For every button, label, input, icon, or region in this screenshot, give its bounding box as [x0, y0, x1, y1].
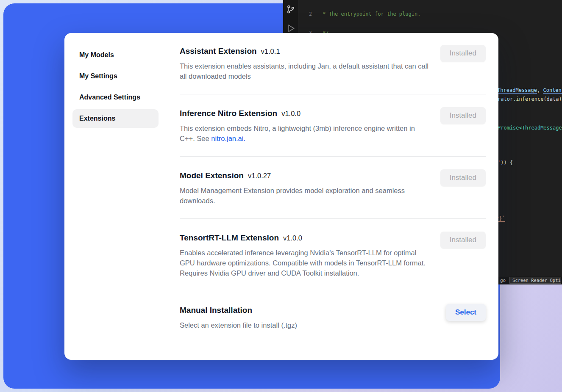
run-debug-icon: [286, 24, 295, 33]
extension-info: Model Extensionv1.0.27 Model Management …: [180, 171, 430, 206]
extension-row-inference-nitro: Inference Nitro Extensionv1.0.0 This ext…: [180, 94, 486, 157]
code-token: (data));: [543, 96, 562, 102]
settings-modal: My Models My Settings Advanced Settings …: [64, 33, 498, 360]
installed-button[interactable]: Installed: [440, 107, 486, 124]
installed-button[interactable]: Installed: [440, 232, 486, 248]
manual-installation-description: Select an extension file to install (.tg…: [180, 320, 297, 330]
code-token: Promise<ThreadMessage>: [498, 125, 562, 131]
sidebar-item-advanced-settings[interactable]: Advanced Settings: [72, 88, 159, 107]
extension-description: This extension embeds Nitro, a lightweig…: [180, 123, 430, 144]
extension-name: Model Extension: [180, 171, 244, 180]
manual-installation-row: Manual Installation Select an extension …: [180, 291, 486, 341]
code-fragment-inference: rator.inference(data));: [498, 96, 562, 102]
extensions-panel: Assistant Extensionv1.0.1 This extension…: [165, 33, 498, 360]
extension-description: Enables accelerated inference leveraging…: [180, 248, 430, 278]
extension-name: Assistant Extension: [180, 47, 257, 55]
manual-installation-title: Manual Installation: [180, 306, 297, 315]
manual-installation-info: Manual Installation Select an extension …: [180, 306, 297, 330]
extension-row-tensorrt-llm: TensortRT-LLM Extensionv1.0.0 Enables ac…: [180, 219, 486, 291]
import-identifier: ContentType: [543, 87, 562, 93]
extension-title: Inference Nitro Extensionv1.0.0: [180, 109, 430, 118]
sidebar-item-extensions[interactable]: Extensions: [72, 109, 159, 128]
installed-button[interactable]: Installed: [440, 45, 486, 62]
code-token: rator.: [498, 96, 516, 102]
select-file-button[interactable]: Select: [446, 304, 486, 321]
extension-info: TensortRT-LLM Extensionv1.0.0 Enables ac…: [180, 233, 430, 278]
code-fragment-condition: ')) {: [498, 160, 513, 166]
code-line-2: 2 * The entrypoint for the plugin.: [303, 11, 562, 18]
code-token: inference: [516, 96, 543, 102]
installed-button[interactable]: Installed: [440, 169, 486, 186]
import-identifier: ThreadMessage: [497, 87, 537, 93]
code-token: )) {: [501, 160, 513, 166]
extension-title: Model Extensionv1.0.27: [180, 171, 430, 180]
extension-row-model: Model Extensionv1.0.27 Model Management …: [180, 157, 486, 219]
extension-version: v1.0.0: [281, 110, 300, 117]
separator: ,: [537, 87, 543, 93]
sidebar-item-my-settings[interactable]: My Settings: [72, 67, 159, 86]
screen-reader-optimized-badge: Screen Reader Optimize: [509, 277, 561, 284]
status-bar-text: go: [500, 278, 506, 283]
extension-info: Assistant Extensionv1.0.1 This extension…: [180, 47, 430, 81]
extension-info: Inference Nitro Extensionv1.0.0 This ext…: [180, 109, 430, 144]
extension-name: Inference Nitro Extension: [180, 109, 277, 118]
section-name: Manual Installation: [180, 306, 252, 315]
nitro-jan-ai-link[interactable]: nitro.jan.ai.: [211, 135, 245, 142]
line-number: 2: [303, 11, 312, 18]
extension-title: Assistant Extensionv1.0.1: [180, 47, 430, 56]
extension-description: Model Management Extension provides mode…: [180, 185, 430, 206]
extension-version: v1.0.1: [261, 47, 280, 55]
code-comment: * The entrypoint for the plugin.: [320, 11, 420, 18]
extension-version: v1.0.0: [283, 234, 302, 242]
extension-version: v1.0.27: [248, 172, 271, 179]
extension-row-assistant: Assistant Extensionv1.0.1 This extension…: [180, 33, 486, 94]
extension-title: TensortRT-LLM Extensionv1.0.0: [180, 233, 430, 243]
extension-name: TensortRT-LLM Extension: [180, 233, 279, 242]
sidebar-item-my-models[interactable]: My Models: [72, 46, 159, 64]
extension-description: This extension enables assistants, inclu…: [180, 61, 430, 81]
code-fragment-promise: Promise<ThreadMessage>: [498, 125, 562, 131]
source-control-icon: [286, 5, 295, 14]
settings-sidebar: My Models My Settings Advanced Settings …: [64, 33, 165, 360]
